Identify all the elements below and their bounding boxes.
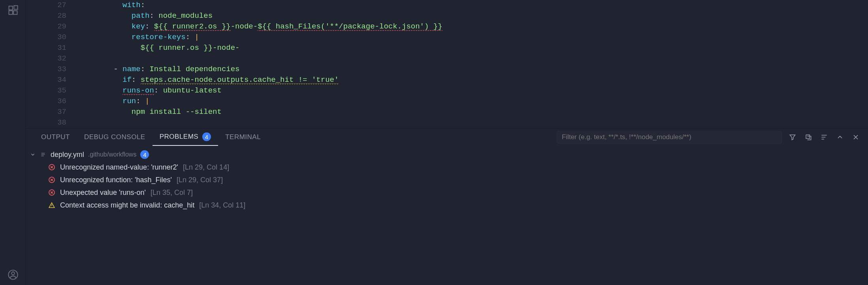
code-editor[interactable]: 272829303132333435363738 with: path: nod… bbox=[26, 0, 868, 128]
problems-file-count-badge: 4 bbox=[140, 150, 149, 159]
line-number: 31 bbox=[26, 43, 66, 53]
svg-rect-3 bbox=[14, 6, 17, 9]
code-token: | bbox=[194, 33, 199, 42]
error-icon bbox=[48, 189, 55, 196]
problem-row[interactable]: Unrecognized named-value: 'runner2'[Ln 2… bbox=[30, 161, 864, 174]
panel-tab-bar: OUTPUT DEBUG CONSOLE PROBLEMS 4 TERMINAL bbox=[26, 128, 868, 146]
tab-output-label: OUTPUT bbox=[41, 133, 70, 141]
problems-count-badge: 4 bbox=[202, 132, 211, 141]
code-content[interactable]: with: path: node_modules key: ${{ runner… bbox=[77, 0, 868, 128]
close-panel-icon[interactable] bbox=[851, 133, 860, 142]
problems-file-name: deploy.yml bbox=[51, 151, 84, 159]
code-line[interactable] bbox=[77, 117, 868, 128]
line-number: 29 bbox=[26, 21, 66, 32]
bottom-panel: OUTPUT DEBUG CONSOLE PROBLEMS 4 TERMINAL bbox=[26, 128, 868, 285]
code-token: : bbox=[141, 65, 150, 74]
svg-point-5 bbox=[11, 272, 14, 275]
code-line[interactable]: restore-keys: | bbox=[77, 32, 868, 43]
tab-terminal[interactable]: TERMINAL bbox=[218, 128, 268, 146]
line-number: 30 bbox=[26, 32, 66, 43]
code-token: name bbox=[122, 65, 141, 74]
line-number: 34 bbox=[26, 75, 66, 85]
code-line[interactable]: - name: Install dependencies bbox=[77, 64, 868, 75]
problem-message: Unexpected value 'runs-on' bbox=[60, 189, 146, 197]
code-token: run bbox=[122, 97, 136, 106]
line-number: 27 bbox=[26, 0, 66, 11]
line-number-gutter: 272829303132333435363738 bbox=[26, 0, 77, 128]
code-token: runs-on bbox=[122, 86, 154, 95]
problem-message: Unrecognized named-value: 'runner2' bbox=[60, 163, 178, 172]
chevron-down-icon[interactable] bbox=[30, 152, 36, 157]
svg-rect-6 bbox=[806, 135, 810, 138]
file-lines-icon bbox=[40, 152, 47, 157]
error-icon bbox=[48, 176, 55, 183]
code-token: restore-keys bbox=[132, 33, 186, 42]
main-column: 272829303132333435363738 with: path: nod… bbox=[26, 0, 868, 285]
code-line[interactable] bbox=[77, 53, 868, 64]
line-number: 36 bbox=[26, 96, 66, 107]
code-line[interactable]: runs-on: ubuntu-latest bbox=[77, 85, 868, 96]
code-token: - bbox=[113, 65, 122, 74]
warning-icon bbox=[48, 202, 55, 209]
code-token: : bbox=[132, 75, 141, 84]
code-line[interactable]: npm install --silent bbox=[77, 107, 868, 117]
line-number: 28 bbox=[26, 11, 66, 21]
filter-icon[interactable] bbox=[788, 133, 797, 142]
problem-location: [Ln 35, Col 7] bbox=[151, 189, 193, 197]
code-token: if bbox=[122, 75, 132, 84]
error-icon bbox=[48, 164, 55, 171]
problem-message: Context access might be invalid: cache_h… bbox=[60, 201, 194, 210]
collapse-all-icon[interactable] bbox=[804, 133, 813, 142]
chevron-up-icon[interactable] bbox=[836, 133, 844, 142]
code-token: | bbox=[145, 97, 149, 106]
code-token: : bbox=[186, 33, 195, 42]
line-number: 33 bbox=[26, 64, 66, 75]
line-number: 32 bbox=[26, 53, 66, 64]
code-token: ${{ runner.os }}-node- bbox=[141, 43, 240, 52]
code-token: ${{ hash_Files('**/package-lock.json') }… bbox=[258, 22, 442, 31]
problem-row[interactable]: Unexpected value 'runs-on'[Ln 35, Col 7] bbox=[30, 186, 864, 199]
tab-debug-console-label: DEBUG CONSOLE bbox=[84, 133, 145, 141]
problem-row[interactable]: Unrecognized function: 'hash_Files'[Ln 2… bbox=[30, 174, 864, 186]
account-icon[interactable] bbox=[7, 268, 19, 281]
view-as-list-icon[interactable] bbox=[820, 133, 828, 142]
code-line[interactable]: run: | bbox=[77, 96, 868, 107]
problems-file-row[interactable]: deploy.yml .github/workflows 4 bbox=[30, 148, 864, 161]
code-token: key bbox=[132, 22, 145, 31]
problem-location: [Ln 29, Col 14] bbox=[183, 163, 229, 172]
code-token: -node- bbox=[231, 22, 258, 31]
extensions-icon[interactable] bbox=[7, 4, 19, 17]
code-token: steps.cache-node.outputs.cache_hit != 't… bbox=[141, 75, 339, 85]
code-token: : bbox=[149, 11, 158, 20]
code-token: : bbox=[145, 22, 154, 31]
problems-file-path: .github/workflows bbox=[88, 151, 137, 158]
activity-bar bbox=[0, 0, 26, 285]
code-token: ${{ runner2.os }} bbox=[154, 22, 231, 31]
line-number: 37 bbox=[26, 107, 66, 117]
svg-rect-0 bbox=[9, 6, 12, 10]
problems-list: deploy.yml .github/workflows 4 Unrecogni… bbox=[26, 146, 868, 285]
tab-problems-label: PROBLEMS bbox=[160, 133, 198, 141]
problem-location: [Ln 29, Col 37] bbox=[177, 176, 223, 184]
code-token: path bbox=[132, 11, 150, 20]
code-token: npm install --silent bbox=[132, 108, 222, 116]
problem-row[interactable]: Context access might be invalid: cache_h… bbox=[30, 199, 864, 211]
code-token: with bbox=[122, 1, 141, 9]
problems-filter-input[interactable] bbox=[557, 131, 782, 143]
code-line[interactable]: if: steps.cache-node.outputs.cache_hit !… bbox=[77, 75, 868, 85]
code-line[interactable]: path: node_modules bbox=[77, 11, 868, 21]
problem-location: [Ln 34, Col 11] bbox=[199, 201, 245, 210]
code-token: node_modules bbox=[158, 11, 213, 20]
line-number: 38 bbox=[26, 117, 66, 128]
tab-terminal-label: TERMINAL bbox=[225, 133, 261, 141]
code-line[interactable]: with: bbox=[77, 0, 868, 11]
tab-problems[interactable]: PROBLEMS 4 bbox=[153, 128, 218, 146]
code-token: : bbox=[136, 97, 145, 106]
code-line[interactable]: ${{ runner.os }}-node- bbox=[77, 43, 868, 53]
code-token: ubuntu-latest bbox=[163, 86, 222, 95]
code-token: : bbox=[154, 86, 163, 95]
tab-output[interactable]: OUTPUT bbox=[34, 128, 77, 146]
code-token: Install dependencies bbox=[149, 65, 239, 74]
code-line[interactable]: key: ${{ runner2.os }}-node-${{ hash_Fil… bbox=[77, 21, 868, 32]
tab-debug-console[interactable]: DEBUG CONSOLE bbox=[77, 128, 153, 146]
